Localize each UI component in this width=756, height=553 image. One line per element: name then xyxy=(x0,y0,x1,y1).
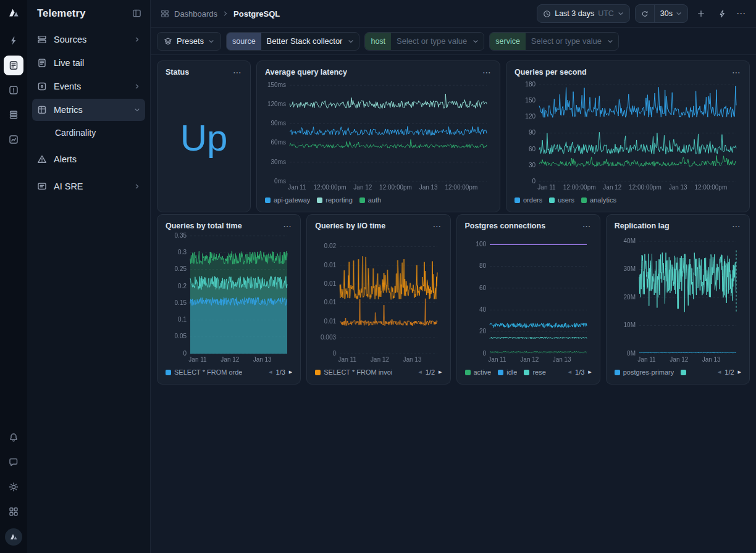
card-replication-lag: Replication lag ⋯ postgres-primary◀1/2▶ xyxy=(606,214,750,385)
queries-per-second-chart[interactable] xyxy=(514,78,741,191)
legend-item[interactable]: rese xyxy=(524,368,545,376)
breadcrumb-page-title: PostgreSQL xyxy=(233,9,280,19)
legend-swatch xyxy=(581,198,587,203)
apps-grid-icon[interactable] xyxy=(4,502,23,521)
status-value: Up xyxy=(166,78,242,206)
sidebar-item-events[interactable]: Events xyxy=(32,75,145,98)
card-menu-button[interactable]: ⋯ xyxy=(233,68,242,77)
sidebar-item-metrics[interactable]: Metrics xyxy=(32,99,145,121)
presets-button[interactable]: Presets xyxy=(157,32,221,51)
layers-icon xyxy=(164,37,172,46)
theme-sun-icon[interactable] xyxy=(4,478,23,496)
support-chat-icon[interactable] xyxy=(4,453,23,472)
legend-prev-button[interactable]: ◀ xyxy=(718,370,721,375)
chevron-down-icon xyxy=(472,38,484,44)
sidebar-item-live-tail[interactable]: Live tail xyxy=(32,52,145,74)
chevron-down-icon xyxy=(607,38,618,44)
alerts-warning-icon xyxy=(37,154,47,164)
postgres-connections-chart[interactable] xyxy=(465,231,592,364)
card-menu-button[interactable]: ⋯ xyxy=(732,68,741,77)
card-menu-button[interactable]: ⋯ xyxy=(732,222,741,230)
betterstack-logo-icon[interactable] xyxy=(7,6,20,22)
card-menu-button[interactable]: ⋯ xyxy=(482,68,492,77)
service-filter-label: service xyxy=(490,33,526,50)
sidebar-collapse-icon[interactable] xyxy=(132,9,141,18)
average-query-latency-chart[interactable] xyxy=(265,78,492,191)
legend-label: orders xyxy=(523,196,542,204)
legend-prev-button[interactable]: ◀ xyxy=(418,370,421,375)
legend-item[interactable] xyxy=(681,370,689,375)
time-range-button[interactable]: Last 3 days UTC xyxy=(537,4,630,23)
card-menu-button[interactable]: ⋯ xyxy=(433,222,442,230)
legend-label: postgres-primary xyxy=(623,368,674,376)
refresh-interval-button[interactable]: 30s xyxy=(655,5,687,22)
add-panel-button[interactable] xyxy=(693,6,709,22)
more-options-button[interactable]: ⋯ xyxy=(735,8,747,19)
refresh-icon[interactable] xyxy=(636,5,654,22)
queries-by-io-time-chart[interactable] xyxy=(315,231,442,364)
legend-next-button[interactable]: ▶ xyxy=(289,370,292,375)
legend-item[interactable]: reporting xyxy=(317,196,352,204)
legend-next-button[interactable]: ▶ xyxy=(588,370,591,375)
card-queries-per-second: Queries per second ⋯ ordersusersanalytic… xyxy=(506,60,750,212)
card-title: Queries per second xyxy=(514,68,587,77)
legend-item[interactable]: analytics xyxy=(581,196,616,204)
sidebar-item-alerts[interactable]: Alerts xyxy=(32,148,145,170)
sidebar-item-cardinality[interactable]: Cardinality xyxy=(32,122,145,143)
product-telemetry-icon[interactable] xyxy=(4,56,23,75)
timezone-label: UTC xyxy=(598,9,614,18)
legend-prev-button[interactable]: ◀ xyxy=(269,370,272,375)
card-queries-by-io-time: Queries by I/O time ⋯ SELECT * FROM invo… xyxy=(306,214,450,385)
product-status-pages-icon[interactable] xyxy=(4,105,23,125)
sidebar: Telemetry Sources Live tail Events xyxy=(27,0,151,553)
host-filter[interactable]: host Select or type value xyxy=(364,32,484,51)
legend-swatch xyxy=(514,198,520,203)
product-rail xyxy=(0,0,27,553)
card-title: Replication lag xyxy=(615,222,670,230)
service-filter[interactable]: service Select or type value xyxy=(489,32,619,51)
legend-pager: ◀1/2▶ xyxy=(418,368,442,376)
notifications-bell-icon[interactable] xyxy=(4,428,23,447)
legend-swatch xyxy=(359,198,365,203)
sidebar-item-label: Events xyxy=(54,81,81,91)
product-incidents-icon[interactable] xyxy=(4,80,23,100)
source-filter[interactable]: source Better Stack collector xyxy=(226,32,359,51)
sidebar-item-label: AI SRE xyxy=(54,181,83,191)
legend-prev-button[interactable]: ◀ xyxy=(568,370,571,375)
legend-item[interactable]: SELECT * FROM invoi xyxy=(315,368,392,376)
card-average-query-latency: Average query latency ⋯ api-gatewayrepor… xyxy=(256,60,500,212)
legend-label: auth xyxy=(368,196,381,204)
legend-item[interactable]: postgres-primary xyxy=(615,368,674,376)
card-menu-button[interactable]: ⋯ xyxy=(582,222,592,230)
account-avatar[interactable] xyxy=(5,528,22,546)
legend-pager: ◀1/2▶ xyxy=(718,368,741,376)
legend-item[interactable]: users xyxy=(549,196,574,204)
source-filter-label: source xyxy=(227,33,261,50)
breadcrumb-dashboards[interactable]: Dashboards xyxy=(174,9,217,19)
card-title: Queries by total time xyxy=(166,222,242,230)
legend-item[interactable]: api-gateway xyxy=(265,196,310,204)
legend-swatch xyxy=(317,198,322,203)
chevron-right-icon xyxy=(134,83,140,89)
legend-next-button[interactable]: ▶ xyxy=(738,370,741,375)
clock-icon xyxy=(543,10,551,18)
legend-item[interactable]: auth xyxy=(359,196,381,204)
dashboard-content: Status ⋯ Up Average query latency ⋯ api-… xyxy=(151,55,756,553)
card-menu-button[interactable]: ⋯ xyxy=(283,222,292,230)
sidebar-item-label: Metrics xyxy=(54,105,83,115)
sidebar-item-sources[interactable]: Sources xyxy=(32,28,145,51)
legend-item[interactable]: idle xyxy=(498,368,517,376)
product-uptime-icon[interactable] xyxy=(4,31,23,51)
legend-item[interactable]: SELECT * FROM orde xyxy=(166,368,242,376)
legend-item[interactable]: orders xyxy=(514,196,542,204)
sidebar-item-label: Sources xyxy=(54,35,86,44)
sidebar-item-ai-sre[interactable]: AI SRE xyxy=(32,175,145,198)
legend-next-button[interactable]: ▶ xyxy=(439,370,442,375)
queries-by-total-time-chart[interactable] xyxy=(166,231,292,364)
replication-lag-chart[interactable] xyxy=(615,231,741,364)
app-root: Telemetry Sources Live tail Events xyxy=(0,0,756,553)
legend-item[interactable]: active xyxy=(465,368,492,376)
host-filter-placeholder: Select or type value xyxy=(391,36,472,46)
product-dashboards-icon[interactable] xyxy=(4,130,23,149)
quick-actions-bolt-icon[interactable] xyxy=(714,6,730,22)
